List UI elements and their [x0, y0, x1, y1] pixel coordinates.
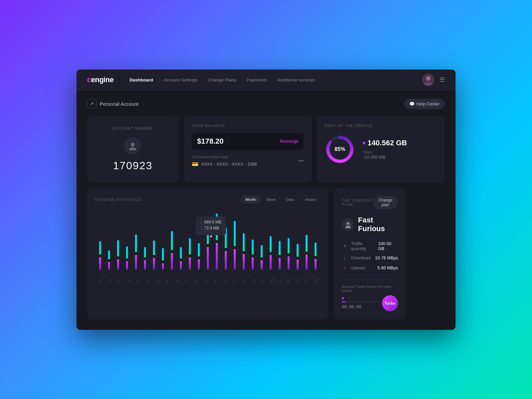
chart-label: Jul 04	[277, 279, 284, 282]
stats-header: EXPENSE STATISTICS Month Week Daily Hist…	[95, 196, 321, 203]
nav-links: Dashboard Account Settings Change Plans …	[130, 77, 422, 82]
traffic-label: REST OF THE TRAFFIC	[325, 124, 437, 128]
chart-label: Jul 06	[295, 279, 302, 282]
bar-group	[114, 240, 122, 270]
plan-upload-label: Upload	[351, 265, 365, 270]
bar-group	[222, 227, 229, 270]
user-avatar[interactable]	[422, 74, 434, 86]
bar-group	[132, 234, 140, 269]
chart-label: Jun 26	[203, 279, 210, 282]
chart-label: Jun 24	[184, 279, 191, 282]
change-plan-button[interactable]: Change plan	[373, 196, 398, 209]
stats-card: EXPENSE STATISTICS Month Week Daily Hist…	[87, 188, 329, 319]
plan-row-traffic: ≡ Traffic quantity 100.50 GB	[342, 241, 398, 251]
balance-row: $178.20 Recharge	[192, 133, 304, 150]
nav-payments[interactable]: Payments	[247, 77, 267, 82]
plan-download-label: Download	[351, 255, 370, 260]
account-label: ACCOUNT NUMBER	[113, 126, 153, 130]
traffic-spent-label: Spent	[363, 150, 437, 154]
chart-label: Jun 15	[96, 279, 104, 282]
chart-label: Jul 01	[251, 279, 258, 282]
bar-group	[303, 235, 310, 270]
nav-additional-services[interactable]: Additional services	[277, 77, 315, 82]
logo: cengine	[87, 75, 114, 84]
credit-card-label: Connected credit card	[192, 155, 257, 159]
stats-tab-history[interactable]: History	[301, 196, 321, 203]
plan-row-upload: ↑ Upload 5.80 MBps	[342, 265, 398, 271]
stats-tabs: Month Week Daily History	[241, 196, 321, 203]
chart-label: Jun 25	[193, 279, 201, 282]
page-title-area: ↗ Personal Account	[87, 99, 139, 108]
plan-row-download: ↓ Download 10.76 MBps	[342, 255, 398, 261]
turbo-label: Activate Turbo Power for more speed.	[342, 285, 398, 293]
stats-title: EXPENSE STATISTICS	[95, 198, 141, 201]
chart-label: Jun 21	[155, 279, 162, 282]
traffic-card: REST OF THE TRAFFIC	[317, 116, 445, 183]
chart-label: Jul 03	[268, 279, 275, 282]
page-header: ↗ Personal Account 💬 Help Center	[87, 99, 445, 109]
bar-group	[276, 241, 283, 269]
bar-group	[105, 250, 113, 270]
bar-group	[285, 238, 292, 270]
balance-label: YOUR BALANCE	[192, 124, 304, 128]
bar-group	[168, 231, 176, 270]
bar-group	[177, 247, 185, 269]
top-cards: ACCOUNT NUMBER 170923 YOUR BALANCE $178.…	[87, 116, 445, 183]
bar-group	[267, 236, 274, 270]
credit-card-info: Connected credit card 💳 XXXX - XXXX - XX…	[192, 155, 257, 167]
chart-label: Jun 19	[135, 279, 143, 282]
plan-card: THE CURRENT PLAN Change plan Fast Furiou…	[334, 188, 406, 319]
svg-point-4	[129, 147, 136, 150]
bar-group	[231, 221, 238, 269]
bar-group	[294, 244, 301, 270]
turbo-progress-row: 00:00:00 Turbo	[342, 295, 398, 311]
logo-text: cengine	[87, 75, 114, 84]
stats-tab-daily[interactable]: Daily	[282, 196, 299, 203]
traffic-gb-value: 140.562 GB	[367, 139, 407, 147]
nav-change-plans[interactable]: Change Plans	[208, 77, 236, 82]
credit-card-section: Connected credit card 💳 XXXX - XXXX - XX…	[192, 155, 304, 167]
recharge-button[interactable]: Recharge	[280, 139, 298, 144]
stats-tab-week[interactable]: Week	[262, 196, 280, 203]
menu-icon[interactable]: ☰	[440, 76, 445, 83]
bar-group	[312, 242, 319, 270]
help-center-button[interactable]: 💬 Help Center	[404, 99, 445, 109]
chart-label: Jul 02	[260, 279, 267, 282]
navbar: cengine Dashboard Account Settings Chang…	[76, 69, 456, 91]
traffic-icon: ≡	[342, 243, 347, 249]
bar-group	[96, 241, 104, 270]
bar-group	[204, 220, 211, 270]
chart-label: Jun 27	[212, 279, 220, 282]
chart-label: Jun 17	[116, 279, 123, 282]
bottom-cards: EXPENSE STATISTICS Month Week Daily Hist…	[87, 188, 445, 319]
nav-dashboard[interactable]: Dashboard	[130, 77, 153, 82]
nav-account-settings[interactable]: Account Settings	[164, 77, 197, 82]
plan-name: Fast Furious	[358, 216, 398, 233]
account-avatar-icon	[124, 137, 141, 154]
plan-title-row: Fast Furious	[342, 216, 398, 233]
bar-group	[186, 238, 194, 270]
svg-point-3	[131, 143, 135, 147]
chart-label: Jul 05	[286, 279, 293, 282]
traffic-spent-value: -10.356 MB	[363, 155, 437, 160]
chart-label: Jun 18	[125, 279, 133, 282]
card-options-button[interactable]: •••	[298, 158, 304, 164]
bar-group	[159, 248, 167, 270]
plan-label: THE CURRENT PLAN	[342, 199, 372, 206]
plan-header: THE CURRENT PLAN Change plan	[342, 196, 398, 209]
page-title: Personal Account	[100, 101, 139, 107]
chart-label: Jun 28	[222, 279, 230, 282]
traffic-gb: 140.562 GB	[363, 139, 437, 147]
donut-percentage: 85%	[334, 146, 345, 152]
plan-row-upload-left: ↑ Upload	[342, 265, 365, 271]
trending-icon: ↗	[90, 101, 94, 106]
bar-group	[141, 247, 149, 269]
account-card: ACCOUNT NUMBER 170923	[87, 116, 179, 183]
plan-details: ≡ Traffic quantity 100.50 GB ↓ Download …	[342, 241, 398, 271]
account-number: 170923	[113, 160, 153, 172]
turbo-button[interactable]: Turbo	[382, 295, 398, 311]
chart-label: Jul 07	[304, 279, 311, 282]
stats-tab-month[interactable]: Month	[241, 196, 260, 203]
chart-label: Jun 29	[232, 279, 239, 282]
chart-label: Jun 23	[174, 279, 182, 282]
